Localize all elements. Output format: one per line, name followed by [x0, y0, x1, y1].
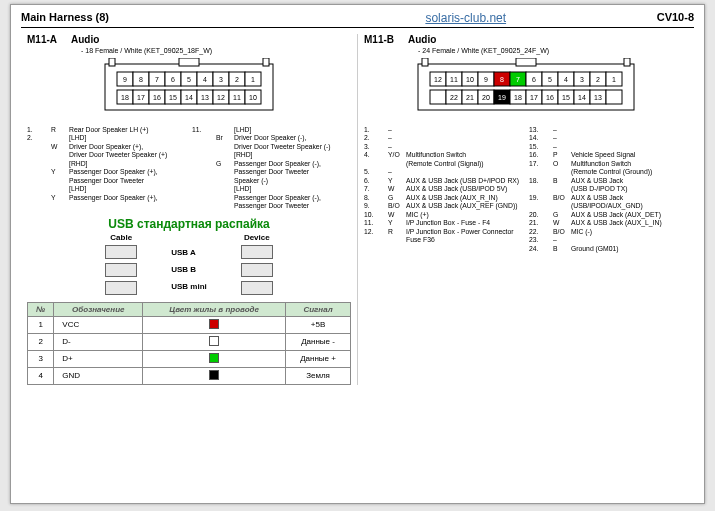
pin-row: 10.WMIC (+): [364, 211, 523, 219]
pin-row: 16.PVehicle Speed Signal: [529, 151, 688, 159]
pinout-list: 1.–2.–3.–4.Y/OMultifunction Switch(Remot…: [364, 126, 688, 253]
pin-row: 1.–: [364, 126, 523, 134]
svg-text:16: 16: [153, 94, 161, 101]
pin-row: Passenger Door Speaker (-),: [192, 194, 351, 202]
usb-type-label: USB B: [167, 261, 211, 278]
pin-row: 2.–: [364, 134, 523, 142]
svg-text:7: 7: [155, 76, 159, 83]
svg-text:12: 12: [434, 76, 442, 83]
svg-rect-43: [516, 58, 536, 66]
svg-text:1: 1: [251, 76, 255, 83]
pin-row: 2.[LHD]: [27, 134, 186, 142]
pin-row: Driver Door Tweeter Speaker (-): [192, 143, 351, 151]
svg-text:1: 1: [612, 76, 616, 83]
page-header: Main Harness (8) solaris-club.net CV10-8: [21, 11, 694, 28]
pin-row: 15.–: [529, 143, 688, 151]
conn-label: Audio: [71, 34, 99, 45]
pin-row: 5.–: [364, 168, 523, 176]
diagram-page: Main Harness (8) solaris-club.net CV10-8…: [10, 4, 705, 504]
svg-text:17: 17: [530, 94, 538, 101]
pin-row: 20.GAUX & USB Jack (AUX_DET): [529, 211, 688, 219]
pin-row: 13.–: [529, 126, 688, 134]
conn-label: Audio: [408, 34, 436, 45]
svg-text:13: 13: [594, 94, 602, 101]
svg-text:20: 20: [482, 94, 490, 101]
pin-row: 22.B/OMIC (-): [529, 228, 688, 236]
header-left: Main Harness (8): [21, 11, 318, 25]
pin-row: [RHD]: [192, 151, 351, 159]
pin-row: 1.RRear Door Speaker LH (+): [27, 126, 186, 134]
pin-row: (Remote Control (Ground)): [529, 168, 688, 176]
svg-text:4: 4: [564, 76, 568, 83]
table-row: 1VCC+5В: [28, 316, 351, 333]
svg-text:8: 8: [139, 76, 143, 83]
usb-pinout-table: №ОбозначениеЦвет жилы в проводеСигнал 1V…: [27, 302, 351, 385]
pin-row: 8.GAUX & USB Jack (AUX_R_IN): [364, 194, 523, 202]
conn-sub: - 24 Female / White (KET_09025_24F_W): [418, 47, 688, 54]
pin-row: YPassenger Door Speaker (+),: [27, 168, 186, 176]
pin-row: 12.RI/P Junction Box - Power Connector: [364, 228, 523, 236]
connector-diagram: 12111098765432122212019181716151413: [396, 58, 656, 120]
connector-m11a: M11-A Audio - 18 Female / White (KET_090…: [21, 34, 357, 385]
usb-port-icon: [241, 245, 273, 259]
svg-text:6: 6: [532, 76, 536, 83]
pin-row: GPassenger Door Speaker (-),: [192, 160, 351, 168]
usb-type-label: USB A: [167, 244, 211, 261]
pin-row: 3.–: [364, 143, 523, 151]
connector-diagram: 987654321181716151413121110: [79, 58, 299, 120]
svg-text:3: 3: [580, 76, 584, 83]
svg-text:7: 7: [516, 76, 520, 83]
conn-id: M11-A: [27, 34, 57, 45]
pin-row: Fuse F36: [364, 236, 523, 244]
svg-text:5: 5: [187, 76, 191, 83]
svg-text:12: 12: [217, 94, 225, 101]
pin-row: 17.OMultifunction Switch: [529, 160, 688, 168]
pin-row: 14.–: [529, 134, 688, 142]
svg-rect-89: [606, 90, 622, 104]
pin-row: BrDriver Door Speaker (-),: [192, 134, 351, 142]
table-header: Обозначение: [54, 302, 143, 316]
connector-m11b: M11-B Audio - 24 Female / White (KET_090…: [357, 34, 694, 385]
svg-text:14: 14: [578, 94, 586, 101]
table-header: №: [28, 302, 54, 316]
svg-rect-68: [430, 90, 446, 104]
svg-rect-42: [624, 58, 630, 66]
pin-row: Speaker (-): [192, 177, 351, 185]
svg-text:14: 14: [185, 94, 193, 101]
table-header: Цвет жилы в проводе: [143, 302, 286, 316]
pin-row: 24.BGround (GM01): [529, 245, 688, 253]
svg-rect-2: [263, 58, 269, 66]
svg-text:13: 13: [201, 94, 209, 101]
svg-text:16: 16: [546, 94, 554, 101]
pin-row: 21.WAUX & USB Jack (AUX_L_IN): [529, 219, 688, 227]
usb-cable-header: Cable: [105, 233, 137, 242]
pin-row: YPassenger Door Speaker (+),: [27, 194, 186, 202]
table-row: 2D-Данные -: [28, 333, 351, 350]
pin-row: 11.[LHD]: [192, 126, 351, 134]
svg-text:5: 5: [548, 76, 552, 83]
header-link[interactable]: solaris-club.net: [318, 11, 615, 25]
svg-text:9: 9: [484, 76, 488, 83]
table-row: 3D+Данные +: [28, 350, 351, 367]
svg-text:6: 6: [171, 76, 175, 83]
usb-grid: Cable USB A USB B USB mini Device: [27, 233, 351, 298]
pin-row: 9.B/OAUX & USB Jack (AUX_REF (GND)): [364, 202, 523, 210]
pin-row: 4.Y/OMultifunction Switch: [364, 151, 523, 159]
usb-port-icon: [241, 281, 273, 295]
svg-text:19: 19: [498, 94, 506, 101]
usb-type-label: USB mini: [167, 278, 211, 295]
conn-id: M11-B: [364, 34, 394, 45]
pin-row: Passenger Door Tweeter: [192, 168, 351, 176]
pin-row: Driver Door Tweeter Speaker (+): [27, 151, 186, 159]
svg-text:11: 11: [233, 94, 241, 101]
svg-text:11: 11: [450, 76, 458, 83]
pin-row: (USB D-/IPOD TX): [529, 185, 688, 193]
pin-row: Passenger Door Tweeter: [27, 177, 186, 185]
svg-text:15: 15: [562, 94, 570, 101]
pin-row: 7.WAUX & USB Jack (USB/IPOD 5V): [364, 185, 523, 193]
pin-row: [LHD]: [192, 185, 351, 193]
pin-row: 23.–: [529, 236, 688, 244]
svg-text:10: 10: [466, 76, 474, 83]
pin-row: [LHD]: [27, 185, 186, 193]
pin-row: 18.BAUX & USB Jack: [529, 177, 688, 185]
